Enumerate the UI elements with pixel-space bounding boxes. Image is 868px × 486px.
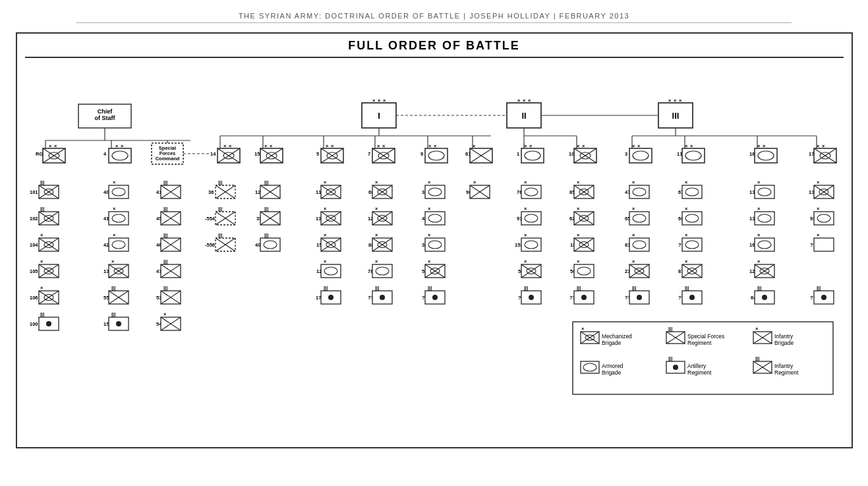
svg-text:3: 3 bbox=[625, 151, 627, 157]
svg-text:|||: ||| bbox=[163, 258, 167, 264]
svg-text:|||: ||| bbox=[163, 285, 167, 291]
svg-text:×: × bbox=[817, 232, 820, 238]
svg-text:-556: -556 bbox=[205, 242, 215, 248]
svg-text:|||: ||| bbox=[375, 285, 379, 291]
svg-text:9: 9 bbox=[420, 151, 423, 157]
svg-text:41: 41 bbox=[103, 216, 109, 222]
svg-text:×: × bbox=[757, 258, 761, 264]
svg-text:III: III bbox=[672, 111, 679, 121]
page-header: THE SYRIAN ARMY: DOCTRINAL ORDER OF BATT… bbox=[13, 7, 855, 32]
svg-point-477 bbox=[821, 295, 826, 300]
svg-text:×: × bbox=[375, 206, 378, 212]
svg-text:×: × bbox=[324, 179, 327, 185]
svg-text:|||: ||| bbox=[632, 285, 636, 291]
svg-text:×: × bbox=[434, 143, 437, 149]
svg-text:10: 10 bbox=[569, 151, 574, 157]
svg-text:II: II bbox=[521, 111, 526, 121]
svg-text:×: × bbox=[223, 143, 227, 149]
svg-text:Artillery: Artillery bbox=[687, 363, 707, 369]
svg-text:×: × bbox=[757, 206, 761, 212]
svg-text:×: × bbox=[632, 206, 635, 212]
svg-text:×: × bbox=[524, 232, 527, 238]
svg-text:Brigade: Brigade bbox=[774, 340, 794, 346]
svg-text:×: × bbox=[524, 258, 527, 264]
svg-text:×: × bbox=[473, 143, 476, 149]
svg-text:|||: ||| bbox=[163, 179, 167, 185]
svg-text:×: × bbox=[375, 179, 378, 185]
svg-text:×: × bbox=[377, 143, 380, 149]
svg-text:×: × bbox=[375, 232, 378, 238]
svg-text:|||: ||| bbox=[40, 179, 44, 185]
svg-text:×: × bbox=[40, 285, 43, 291]
svg-text:|||: ||| bbox=[428, 285, 432, 291]
svg-text:|||: ||| bbox=[757, 285, 761, 291]
document-title: THE SYRIAN ARMY: DOCTRINAL ORDER OF BATT… bbox=[13, 12, 855, 20]
svg-text:×: × bbox=[121, 143, 124, 149]
svg-text:×: × bbox=[324, 232, 327, 238]
svg-text:Special Forces: Special Forces bbox=[687, 333, 724, 340]
svg-text:×: × bbox=[428, 232, 431, 238]
svg-text:×: × bbox=[763, 143, 766, 149]
svg-text:×: × bbox=[528, 98, 531, 104]
svg-text:×: × bbox=[524, 143, 527, 149]
svg-text:×: × bbox=[582, 143, 585, 149]
svg-text:17: 17 bbox=[809, 151, 814, 157]
svg-text:×: × bbox=[523, 98, 526, 104]
svg-text:|||: ||| bbox=[163, 232, 167, 238]
svg-text:×: × bbox=[668, 98, 672, 104]
svg-text:|||: ||| bbox=[817, 285, 821, 291]
svg-text:×: × bbox=[54, 143, 57, 149]
svg-text:×: × bbox=[690, 143, 693, 149]
svg-text:-554: -554 bbox=[205, 216, 216, 222]
svg-text:Infantry: Infantry bbox=[774, 333, 794, 340]
svg-point-208 bbox=[116, 321, 121, 326]
svg-text:×: × bbox=[685, 232, 688, 238]
svg-point-416 bbox=[637, 295, 642, 300]
svg-point-394 bbox=[581, 295, 587, 300]
svg-text:Regiment: Regiment bbox=[774, 369, 799, 376]
diagram-title: FULL ORDER OF BATTLE bbox=[25, 39, 844, 58]
svg-text:|||: ||| bbox=[163, 206, 167, 212]
svg-text:×: × bbox=[757, 143, 761, 149]
svg-text:×: × bbox=[383, 98, 386, 104]
svg-text:×: × bbox=[577, 232, 580, 238]
svg-text:×: × bbox=[577, 206, 580, 212]
svg-text:105: 105 bbox=[30, 268, 38, 274]
svg-text:|||: ||| bbox=[111, 311, 115, 317]
svg-text:7: 7 bbox=[368, 151, 370, 157]
svg-point-293 bbox=[328, 295, 333, 300]
svg-text:×: × bbox=[378, 98, 381, 104]
svg-point-460 bbox=[762, 295, 767, 300]
svg-text:×: × bbox=[40, 232, 43, 238]
svg-text:I: I bbox=[378, 111, 380, 121]
svg-text:×: × bbox=[49, 143, 52, 149]
svg-text:×: × bbox=[679, 98, 682, 104]
svg-text:×: × bbox=[324, 206, 327, 212]
svg-text:|||: ||| bbox=[218, 206, 222, 212]
svg-point-438 bbox=[689, 295, 695, 300]
svg-text:×: × bbox=[428, 206, 431, 212]
svg-point-504 bbox=[673, 365, 678, 370]
svg-text:|||: ||| bbox=[755, 355, 759, 361]
svg-text:100: 100 bbox=[30, 321, 38, 327]
svg-rect-473 bbox=[814, 238, 834, 251]
svg-text:18: 18 bbox=[749, 151, 755, 157]
svg-text:×: × bbox=[755, 326, 759, 332]
svg-text:of Staff: of Staff bbox=[94, 115, 115, 121]
svg-text:×: × bbox=[685, 206, 688, 212]
svg-text:×: × bbox=[674, 98, 677, 104]
svg-text:×: × bbox=[632, 232, 635, 238]
svg-text:×: × bbox=[632, 258, 635, 264]
svg-point-319 bbox=[380, 295, 385, 300]
svg-text:Regiment: Regiment bbox=[687, 340, 712, 346]
svg-text:|||: ||| bbox=[40, 311, 44, 317]
svg-text:×: × bbox=[817, 143, 820, 149]
svg-text:104: 104 bbox=[30, 242, 38, 248]
svg-text:×: × bbox=[632, 179, 635, 185]
svg-text:4: 4 bbox=[103, 151, 107, 157]
svg-text:×: × bbox=[524, 179, 527, 185]
svg-text:RG: RG bbox=[36, 151, 43, 157]
svg-text:40: 40 bbox=[103, 189, 109, 195]
svg-text:101: 101 bbox=[30, 189, 38, 195]
svg-text:×: × bbox=[113, 179, 116, 185]
